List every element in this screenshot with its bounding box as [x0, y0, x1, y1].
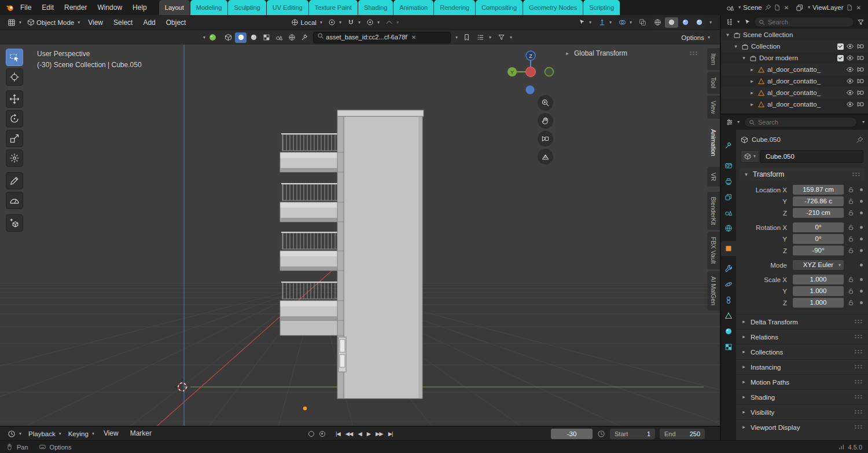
blender-logo-icon[interactable] — [6, 3, 15, 12]
panel-grip-handle[interactable] — [854, 349, 863, 355]
panel-viewport-display[interactable]: ▸Viewport Display — [736, 419, 868, 434]
gizmos-dropdown[interactable]: ▾ — [595, 15, 615, 30]
outliner-editor-type-button[interactable]: ▾ — [724, 15, 741, 29]
location-x-field[interactable]: 159.87 cm — [793, 185, 844, 195]
3d-viewport-canvas[interactable]: User Perspective (-30) Scene Collection … — [0, 45, 720, 426]
workspace-tab-modeling[interactable]: Modeling — [190, 0, 228, 15]
collection-checkbox[interactable] — [837, 43, 844, 50]
tool-cursor[interactable] — [6, 68, 23, 86]
properties-search-input[interactable] — [758, 119, 852, 126]
auto-key-options[interactable] — [319, 431, 325, 437]
workspace-tab-texture-paint[interactable]: Texture Paint — [309, 0, 358, 15]
camera-visibility-icon[interactable] — [856, 89, 865, 97]
menu-render[interactable]: Render — [59, 0, 92, 15]
sidebar-tab-animation[interactable]: Animation — [707, 124, 720, 162]
viewlayer-selector[interactable]: ▾ ViewLayer ✕ — [796, 3, 862, 12]
animate-dot[interactable] — [860, 290, 863, 293]
menu-add[interactable]: Add — [138, 15, 160, 30]
filter-icon[interactable] — [498, 34, 505, 41]
bookmark-icon[interactable] — [463, 34, 470, 41]
workspace-tab-compositing[interactable]: Compositing — [476, 0, 523, 15]
auto-key-toggle[interactable] — [308, 431, 314, 437]
outliner-row-object[interactable]: ▸ al_door_contatto_ — [721, 98, 868, 110]
panel-transform-header[interactable]: ▾ Transform — [740, 168, 865, 181]
keying-menu[interactable]: Keying▾ — [65, 426, 97, 441]
rotation-x-field[interactable]: 0° — [793, 222, 844, 232]
workspace-tab-uv-editing[interactable]: UV Editing — [267, 0, 308, 15]
tab-output[interactable] — [721, 174, 736, 189]
camera-visibility-icon[interactable] — [856, 54, 865, 62]
tool-add-cube[interactable] — [6, 214, 23, 232]
asset-filter-material-button[interactable] — [235, 32, 247, 43]
panel-grip-handle[interactable] — [852, 172, 861, 177]
asset-filter-model-button[interactable] — [222, 32, 234, 43]
rotation-y-field[interactable]: 0° — [793, 234, 844, 244]
outliner-search-field[interactable] — [754, 17, 854, 27]
asset-filter-texture-button[interactable] — [260, 32, 272, 43]
menu-edit[interactable]: Edit — [36, 0, 59, 15]
pin-id-icon[interactable] — [856, 136, 863, 144]
clear-search-button[interactable]: ✕ — [410, 34, 417, 41]
camera-visibility-icon[interactable] — [856, 42, 865, 50]
panel-grip-handle[interactable] — [854, 334, 863, 339]
remove-viewlayer-button[interactable]: ✕ — [855, 5, 862, 11]
shading-material-button[interactable] — [679, 17, 692, 28]
animate-dot[interactable] — [860, 249, 863, 252]
timeline-menu-marker[interactable]: Marker — [125, 427, 157, 440]
tab-tool[interactable] — [721, 138, 736, 153]
animate-dot[interactable] — [860, 200, 863, 203]
shading-dropdown[interactable]: ▾ — [709, 20, 712, 25]
id-type-button[interactable]: ▾ — [741, 150, 759, 163]
asset-search-field[interactable]: ✕ — [313, 32, 451, 43]
object-origin[interactable] — [303, 406, 307, 411]
tab-material[interactable] — [721, 324, 736, 339]
workspace-tab-animation[interactable]: Animation — [393, 0, 433, 15]
panel-shading[interactable]: ▸Shading — [736, 389, 868, 404]
prev-keyframe-button[interactable]: ◀◀ — [345, 430, 353, 437]
perspective-toggle-button[interactable] — [538, 149, 553, 165]
panel-motion-paths[interactable]: ▸Motion Paths — [736, 374, 868, 389]
asset-filter-hdr-button[interactable] — [286, 32, 297, 43]
animate-dot[interactable] — [860, 188, 863, 191]
current-frame-field[interactable]: -30 — [551, 429, 593, 439]
tab-object[interactable] — [721, 241, 736, 256]
lock-icon[interactable] — [846, 236, 855, 242]
proportional-falloff-dropdown[interactable]: ▾ — [382, 15, 402, 30]
tab-texture[interactable] — [721, 339, 736, 355]
sidebar-tab-item[interactable]: Item — [707, 48, 720, 70]
options-dropdown[interactable]: Options ▾ — [678, 30, 713, 45]
tool-header-expander[interactable]: ▾ — [203, 35, 205, 40]
xray-toggle[interactable] — [636, 15, 649, 30]
end-frame-field[interactable]: End250 — [660, 429, 705, 439]
tab-view-layer[interactable] — [721, 189, 736, 204]
tab-constraints[interactable] — [721, 293, 736, 308]
properties-editor-type-button[interactable]: ▾ — [724, 115, 741, 130]
timeline-editor-type-button[interactable]: ▾ — [5, 426, 24, 441]
panel-visibility[interactable]: ▸Visibility — [736, 404, 868, 419]
playback-menu[interactable]: Playback▾ — [25, 426, 64, 441]
camera-visibility-icon[interactable] — [856, 65, 865, 74]
outliner-row-door-modern[interactable]: ▾ Door modern — [721, 52, 868, 64]
start-frame-field[interactable]: Start1 — [610, 429, 655, 439]
object-visibility-dropdown[interactable]: ▾ — [575, 15, 594, 30]
sidebar-tab-blenderkit[interactable]: BlenderKit — [707, 192, 720, 230]
properties-search-field[interactable] — [744, 117, 857, 127]
tool-scale[interactable] — [6, 130, 23, 147]
editor-type-button[interactable]: ▾ — [5, 15, 24, 30]
panel-grip-handle[interactable] — [854, 379, 863, 385]
sidebar-tab-tool[interactable]: Tool — [707, 72, 720, 93]
lock-icon[interactable] — [846, 210, 855, 216]
play-button[interactable]: ▶ — [367, 430, 370, 437]
location-y-field[interactable]: -726.86 c — [793, 196, 844, 206]
unlink-scene-button[interactable]: ✕ — [783, 5, 790, 11]
jump-to-end-button[interactable]: ▶| — [388, 430, 393, 437]
tool-rotate[interactable] — [6, 110, 23, 127]
lock-icon[interactable] — [846, 299, 855, 306]
menu-object[interactable]: Object — [161, 15, 192, 30]
tab-modifiers[interactable] — [721, 261, 736, 276]
transform-orientation-dropdown[interactable]: Local ▾ — [288, 15, 325, 30]
animate-dot[interactable] — [860, 301, 863, 304]
npanel-global-transform[interactable]: ▸ Global Transform — [564, 48, 698, 59]
panel-grip-handle[interactable] — [854, 394, 863, 400]
outliner-row-scene-collection[interactable]: ▾ Scene Collection — [721, 29, 868, 41]
